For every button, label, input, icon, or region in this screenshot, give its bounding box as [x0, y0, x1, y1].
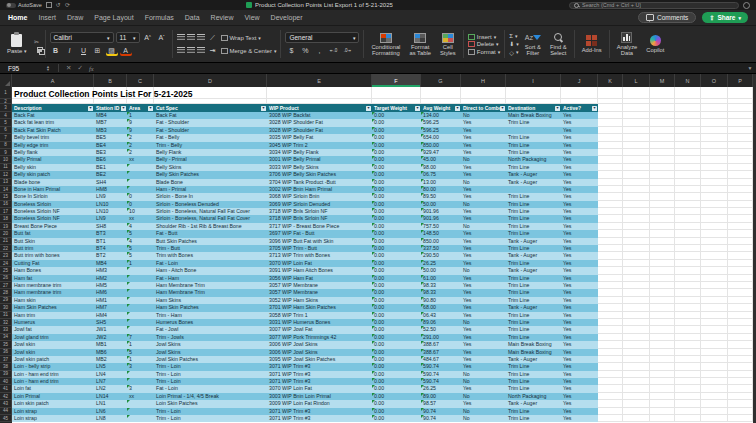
cell-H1[interactable]	[461, 87, 506, 99]
cell-I12[interactable]: Tank - Auger	[506, 171, 561, 178]
cell-D42[interactable]: Loin Primal - 1/4, 4/5 Break	[154, 393, 267, 400]
cell-H34[interactable]: Yes	[461, 334, 506, 341]
cell-H16[interactable]: No	[461, 201, 506, 208]
cell-I15[interactable]: Trim Line	[506, 193, 561, 200]
column-header-H[interactable]: H	[461, 74, 506, 87]
cell-F12[interactable]: 0.00	[372, 171, 421, 178]
cell-styles-button[interactable]: Cell Styles	[437, 33, 459, 56]
cell-M25[interactable]	[650, 267, 675, 274]
cell-N6[interactable]	[675, 127, 701, 134]
cell-M9[interactable]	[650, 149, 675, 156]
cell-J42[interactable]: Yes	[561, 393, 598, 400]
cell-M44[interactable]	[650, 408, 675, 415]
cell-A5[interactable]: Back fat lean trim	[12, 119, 94, 126]
cell-M4[interactable]	[650, 112, 675, 119]
cell-H17[interactable]: Yes	[461, 208, 506, 215]
cell-A6[interactable]: Back Fat Skin Patch	[12, 127, 94, 134]
cell-D28[interactable]: Ham Membrane Trim	[154, 289, 267, 296]
cell-K33[interactable]	[598, 326, 623, 333]
cell-N4[interactable]	[675, 112, 701, 119]
cell-K45[interactable]	[598, 415, 623, 422]
cell-M23[interactable]	[650, 252, 675, 259]
row-header-39[interactable]: 39	[0, 371, 12, 378]
cell-E8[interactable]: 3045 WIP Trim 2	[267, 142, 372, 149]
cell-A41[interactable]: Loin fat	[12, 385, 94, 392]
cell-H21[interactable]: Yes	[461, 238, 506, 245]
cell-G10[interactable]: 45.00	[421, 156, 461, 163]
cell-E33[interactable]: 3007 WIP Jowl Fat	[267, 326, 372, 333]
cell-N24[interactable]	[675, 260, 701, 267]
cell-B11[interactable]: BE1	[94, 164, 127, 171]
cell-L44[interactable]	[623, 408, 650, 415]
cell-C18[interactable]: xx	[127, 215, 154, 222]
cell-B12[interactable]: BE2	[94, 171, 127, 178]
cell-D26[interactable]: Fat - Ham	[154, 275, 267, 282]
cell-E18[interactable]: 3718 WIP Bnls Sirloin NF	[267, 215, 372, 222]
cell-D18[interactable]: Sirloin - Boneless, Natural Fall Fat Cov…	[154, 215, 267, 222]
cell-D41[interactable]: Fat - Loin	[154, 385, 267, 392]
cell-K43[interactable]	[598, 400, 623, 407]
cell-L4[interactable]	[623, 112, 650, 119]
fill-button[interactable]: ⬇	[509, 40, 519, 47]
cell-L41[interactable]	[623, 385, 650, 392]
increase-font-icon[interactable]: A^	[142, 32, 154, 43]
cell-L8[interactable]	[623, 142, 650, 149]
cell-M24[interactable]	[650, 260, 675, 267]
cell-C19[interactable]: 4	[127, 223, 154, 230]
cell-H37[interactable]: Yes	[461, 356, 506, 363]
clear-button[interactable]: ◇	[509, 49, 519, 56]
cell-F43[interactable]: 0.00	[372, 400, 421, 407]
cell-B18[interactable]: LN9	[94, 215, 127, 222]
table-header-A3[interactable]: Description▼	[12, 104, 94, 112]
cell-F16[interactable]: 0.00	[372, 201, 421, 208]
cell-F37[interactable]: 0.00	[372, 356, 421, 363]
row-header-23[interactable]: 23	[0, 252, 12, 259]
account-avatar[interactable]	[743, 2, 750, 9]
cell-C26[interactable]	[127, 275, 154, 282]
row-header-6[interactable]: 6	[0, 127, 12, 134]
cell-G39[interactable]: 590.74	[421, 371, 461, 378]
cell-A13[interactable]: Blade bone	[12, 179, 94, 186]
cell-D40[interactable]: Trim - Loin	[154, 378, 267, 385]
cell-O1[interactable]	[701, 87, 728, 99]
cell-E25[interactable]: 3091 WIP Ham Aitch Bones	[267, 267, 372, 274]
cell-J4[interactable]: Yes	[561, 112, 598, 119]
cell-H5[interactable]: Yes	[461, 119, 506, 126]
table-header-B3[interactable]: Station ID▼	[94, 104, 127, 112]
cell-I34[interactable]: Trim Line	[506, 334, 561, 341]
cell-G45[interactable]: 90.74	[421, 415, 461, 422]
name-box-stepper[interactable]: ▲▼	[46, 65, 54, 72]
cell-J45[interactable]: Yes	[561, 415, 598, 422]
cell-E16[interactable]: 3069 WIP Sirloin Denuded	[267, 201, 372, 208]
enter-icon[interactable]: ✓	[77, 64, 82, 72]
cell-J6[interactable]: Yes	[561, 127, 598, 134]
cell-H18[interactable]: Yes	[461, 215, 506, 222]
cell-M15[interactable]	[650, 193, 675, 200]
table-header-I3[interactable]: Destination▼	[506, 104, 561, 112]
cell-G34[interactable]: 291.00	[421, 334, 461, 341]
cell-A44[interactable]: Loin strap	[12, 408, 94, 415]
row-header-10[interactable]: 10	[0, 156, 12, 163]
cell-O17[interactable]	[701, 208, 728, 215]
cell-D30[interactable]: Ham Skin Patches	[154, 304, 267, 311]
cell-H29[interactable]: Yes	[461, 297, 506, 304]
cell-D37[interactable]: Jowl Skin Patches	[154, 356, 267, 363]
cell-O27[interactable]	[701, 282, 728, 289]
cell-O3[interactable]	[701, 104, 728, 112]
cell-K24[interactable]	[598, 260, 623, 267]
row-header-14[interactable]: 14	[0, 186, 12, 193]
copilot-button[interactable]: Copilot	[643, 35, 667, 53]
ribbon-tab-review[interactable]: Review	[211, 14, 234, 21]
cell-O18[interactable]	[701, 215, 728, 222]
cell-C29[interactable]	[127, 297, 154, 304]
cell-L18[interactable]	[623, 215, 650, 222]
cell-M11[interactable]	[650, 164, 675, 171]
format-as-table-button[interactable]: Format as Table	[406, 33, 434, 56]
cell-C14[interactable]	[127, 186, 154, 193]
cell-L30[interactable]	[623, 304, 650, 311]
cell-O37[interactable]	[701, 356, 728, 363]
cell-M45[interactable]	[650, 415, 675, 422]
cell-N23[interactable]	[675, 252, 701, 259]
cell-B42[interactable]: LN14	[94, 393, 127, 400]
cell-H24[interactable]: Yes	[461, 260, 506, 267]
